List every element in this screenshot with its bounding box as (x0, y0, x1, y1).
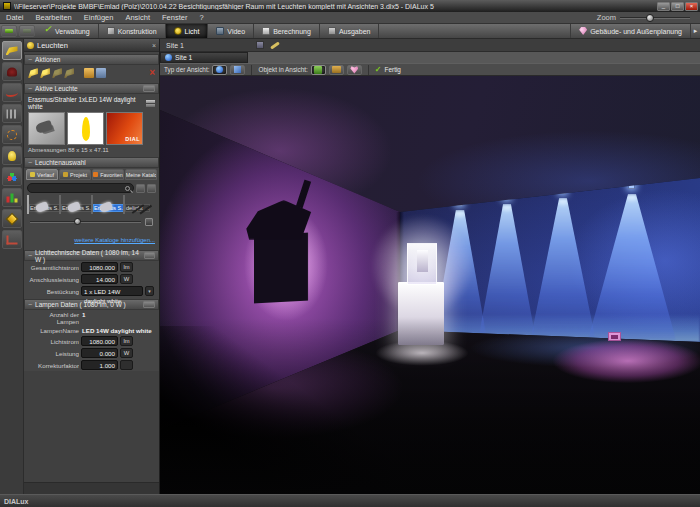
object-add-button[interactable] (311, 65, 326, 75)
render-viewport[interactable] (160, 76, 700, 494)
lamp-flux-input[interactable]: 1080.000 (81, 336, 118, 346)
tab-berechnung[interactable]: Berechnung (254, 24, 320, 38)
actions-toolbar (24, 65, 159, 81)
grid-view-icon[interactable] (147, 184, 156, 193)
tab-projekt[interactable]: Projekt (59, 169, 91, 180)
menu-help[interactable]: ? (193, 13, 209, 22)
correction-factor-input[interactable]: 1.000 (81, 360, 118, 370)
luminaire-result-3-selected[interactable]: Erasmus S... (91, 196, 121, 214)
cable-tool-button[interactable] (2, 83, 22, 102)
package-icon[interactable] (96, 68, 106, 78)
panel-close-icon[interactable] (152, 42, 156, 49)
luminaire-field-icon[interactable] (64, 68, 74, 78)
quick-save-button[interactable] (1, 25, 17, 37)
actions-section-header[interactable]: Aktionen (24, 54, 159, 65)
selection-section-header[interactable]: Leuchtenauswahl (24, 157, 159, 168)
photometric-curve-thumb[interactable] (67, 112, 104, 145)
tab-video[interactable]: Video (208, 24, 254, 38)
list-view-icon[interactable] (136, 184, 145, 193)
unit-badge: W (120, 348, 133, 358)
unit-badge (120, 360, 133, 370)
tab-verlauf[interactable]: Verlauf (26, 169, 58, 180)
layers-icon[interactable] (146, 100, 155, 107)
luminaire-thumb (27, 195, 29, 214)
tab-verwaltung[interactable]: Verwaltung (36, 24, 99, 38)
chevron-down-icon[interactable] (145, 286, 154, 296)
unit-badge: W (120, 274, 133, 284)
done-button[interactable]: Fertig (375, 65, 401, 74)
luminaire-tool-button[interactable] (2, 41, 22, 60)
delete-icon[interactable] (149, 68, 155, 78)
add-object-icon (314, 66, 322, 74)
menu-bar: Datei Bearbeiten Einfügen Ansicht Fenste… (0, 12, 700, 24)
luminaire-group-icon[interactable] (40, 68, 50, 78)
tab-konstruktion-label: Konstruktion (118, 28, 157, 35)
close-button[interactable] (685, 2, 698, 11)
maximize-button[interactable] (671, 2, 684, 11)
window-title: \\Fileserver\Projekte BMBF\Emlad (Polz)\… (14, 3, 657, 10)
building-planning-button[interactable]: Gebäude- und Außenplanung (570, 24, 690, 38)
menu-bearbeiten[interactable]: Bearbeiten (30, 13, 78, 22)
tab-konstruktion[interactable]: Konstruktion (99, 24, 166, 38)
object-favorite-button[interactable] (347, 65, 362, 75)
slider-knob[interactable] (74, 218, 81, 225)
lamp-name-row: LampenName LED 14W daylight white (24, 326, 159, 335)
lamp-power-input[interactable]: 0.000 (81, 348, 118, 358)
power-input[interactable]: 14.000 (81, 274, 118, 284)
panel-toggle-icon[interactable] (143, 301, 155, 308)
project-icon (63, 172, 68, 177)
view-3d-button[interactable] (212, 65, 227, 75)
warning-tool-button[interactable] (2, 209, 22, 228)
photometric-section-header[interactable]: Lichttechnische Daten ( 1080 lm, 14 W ) (24, 250, 159, 261)
tab-favoriten[interactable]: Favoriten (92, 169, 124, 180)
building-planning-label: Gebäude- und Außenplanung (590, 28, 682, 35)
menu-ansicht[interactable]: Ansicht (119, 13, 156, 22)
total-flux-input[interactable]: 1080.000 (81, 262, 118, 272)
measure-tool-button[interactable] (2, 230, 22, 249)
insert-luminaire-icon[interactable] (28, 68, 38, 78)
colors-tool-button[interactable] (2, 167, 22, 186)
zoom-slider[interactable] (620, 17, 690, 19)
tab-berechnung-label: Berechnung (273, 28, 311, 35)
panel-toggle-icon[interactable] (143, 85, 155, 92)
undo-icon (23, 29, 31, 33)
menu-einfuegen[interactable]: Einfügen (78, 13, 120, 22)
luminaire-search-input[interactable] (27, 183, 134, 193)
luminaire-result-2[interactable]: Erasmus S... (59, 196, 89, 214)
zoom-slider-knob[interactable] (646, 14, 654, 22)
chart-tool-button[interactable] (2, 188, 22, 207)
lamp-tool-button[interactable] (2, 62, 22, 81)
minimize-button[interactable] (657, 2, 670, 11)
luminaire-results: Erasmus S... Erasmus S... Erasmus S... d… (24, 195, 159, 215)
wrench-icon[interactable] (270, 41, 280, 49)
object-folder-button[interactable] (329, 65, 344, 75)
thumb-zoom-icon[interactable] (145, 218, 153, 226)
actions-header-label: Aktionen (35, 56, 60, 63)
tab-ausgaben[interactable]: Ausgaben (320, 24, 380, 38)
tab-meine-kataloge[interactable]: Meine Kataloge (125, 169, 157, 180)
selection-tool-button[interactable] (2, 125, 22, 144)
menu-fenster[interactable]: Fenster (156, 13, 193, 22)
luminaire-result-4[interactable]: delight ... (123, 196, 153, 214)
values-tool-button[interactable] (2, 104, 22, 123)
tab-licht[interactable]: Licht (166, 24, 209, 38)
cable-icon (6, 89, 18, 97)
thumbnail-size-slider[interactable] (30, 221, 141, 223)
fitting-select[interactable]: 1 x LED 14W daylight white (81, 286, 143, 296)
view-cad-button[interactable] (230, 65, 245, 75)
aim-luminaire-icon[interactable] (52, 68, 62, 78)
menu-datei[interactable]: Datei (0, 13, 30, 22)
add-catalogs-link[interactable]: weitere Kataloge hinzufügen... (74, 237, 155, 243)
panel-toggle-icon[interactable] (144, 252, 155, 259)
manufacturer-thumb[interactable]: DIAL (106, 112, 143, 145)
folder-icon (332, 66, 341, 73)
ribbon-expand-arrow[interactable] (690, 24, 700, 38)
bulb-tool-button[interactable] (2, 146, 22, 165)
luminaire-photo-thumb[interactable] (28, 112, 65, 145)
quick-undo-button[interactable] (19, 25, 35, 37)
active-luminaire-header[interactable]: Aktive Leuchte (24, 83, 159, 94)
view-tab-site1[interactable]: Site 1 (160, 52, 248, 63)
table-icon[interactable] (256, 41, 264, 49)
luminaire-result-1[interactable]: Erasmus S... (27, 196, 57, 214)
folder-icon[interactable] (84, 68, 94, 78)
